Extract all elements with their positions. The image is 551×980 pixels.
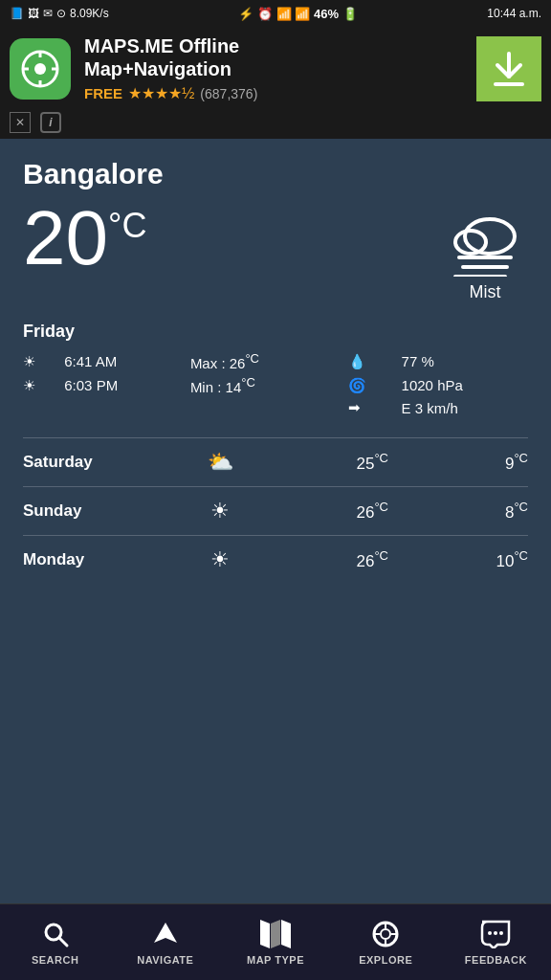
max-label: Max : 26°C [190, 349, 348, 373]
nav-feedback[interactable]: FEEDBACK [441, 919, 551, 966]
free-label: FREE [84, 85, 122, 101]
sunset-icon: ☀ [23, 373, 64, 397]
gmail-icon: ✉ [43, 7, 53, 20]
forecast-day-name: Saturday [23, 453, 119, 472]
forecast-day-name: Monday [23, 550, 119, 569]
feedback-icon [480, 919, 511, 949]
status-bar: 📘 🖼 ✉ ⊙ 8.09K/s ⚡ ⏰ 📶 📶 46% 🔋 10:44 a.m. [0, 0, 551, 27]
forecast-weather-icon: ⛅ [201, 450, 239, 475]
wind-icon: ➡ [348, 397, 402, 418]
sunset-time: 6:03 PM [64, 373, 190, 397]
forecast-weather-icon: ☀ [201, 499, 239, 523]
mist-icon [442, 210, 528, 277]
svg-point-26 [494, 931, 497, 935]
pressure-value: 1020 hPa [402, 373, 528, 397]
search-label: SEARCH [32, 954, 78, 966]
explore-icon [370, 919, 401, 949]
alarm-icon: ⏰ [257, 7, 273, 21]
temperature-display: 20°C [23, 200, 146, 277]
humidity-icon: 💧 [348, 349, 402, 373]
min-label: Min : 14°C [190, 373, 348, 397]
day-details: Friday ☀ 6:41 AM Max : 26°C 💧 77 % ☀ 6:0… [23, 322, 528, 418]
status-left-icons: 📘 🖼 ✉ ⊙ 8.09K/s [10, 7, 109, 20]
ad-bottom-row: ✕ i [0, 110, 551, 139]
forecast-weather-icon: ☀ [201, 547, 239, 572]
nav-explore[interactable]: EXPLORE [331, 919, 441, 966]
wind-value: E 3 km/h [402, 397, 528, 418]
review-count: (687,376) [200, 86, 257, 101]
sunrise-time: 6:41 AM [64, 349, 190, 373]
ad-text-area: MAPS.ME Offline Map+Navigation FREE ★★★★… [84, 34, 463, 102]
forecast-row: Saturday ⛅ 25°C 9°C [23, 437, 528, 486]
app-icon [10, 38, 71, 100]
svg-line-14 [59, 938, 67, 946]
weather-icon-area: Mist [442, 210, 528, 302]
nav-navigate[interactable]: NAVIGATE [110, 919, 220, 966]
star-rating: ★★★★½ [128, 84, 194, 102]
forecast-row: Sunday ☀ 26°C 8°C [23, 486, 528, 535]
feedback-label: FEEDBACK [465, 954, 527, 966]
facebook-icon: 📘 [10, 7, 24, 20]
ad-close-button[interactable]: ✕ [10, 112, 31, 133]
signal-icon: 📶 [295, 7, 310, 21]
nav-map-type[interactable]: MAP TYPE [220, 919, 330, 966]
svg-point-27 [499, 931, 503, 935]
main-content: Bangalore 20°C Mist Friday ☀ 6:41 AM [0, 139, 551, 903]
weather-main: 20°C Mist [23, 200, 528, 302]
search-icon [40, 919, 71, 949]
forecast-row: Monday ☀ 26°C 10°C [23, 535, 528, 584]
circle-icon: ⊙ [56, 7, 66, 20]
app-rating: FREE ★★★★½ (687,376) [84, 84, 463, 102]
battery-text: 46% [314, 7, 339, 21]
city-name: Bangalore [23, 158, 528, 190]
svg-marker-15 [154, 923, 177, 943]
svg-marker-17 [271, 920, 280, 948]
svg-point-1 [34, 63, 46, 75]
current-day-name: Friday [23, 322, 528, 342]
download-button[interactable] [476, 36, 541, 101]
forecast-min-temp: 8°C [471, 500, 528, 523]
svg-point-9 [455, 231, 486, 254]
photo-icon: 🖼 [28, 7, 39, 20]
status-time: 10:44 a.m. [487, 7, 541, 20]
app-name: MAPS.ME Offline [84, 34, 463, 57]
bluetooth-icon: ⚡ [238, 7, 253, 21]
navigate-label: NAVIGATE [137, 954, 193, 966]
app-subtitle: Map+Navigation [84, 57, 463, 80]
weather-condition: Mist [470, 282, 501, 302]
forecast-day-name: Sunday [23, 501, 119, 521]
navigate-icon [150, 919, 181, 949]
speed-text: 8.09K/s [70, 7, 109, 20]
svg-point-20 [381, 929, 390, 939]
bottom-nav: SEARCH NAVIGATE MAP TYPE [0, 903, 551, 980]
forecast-min-temp: 9°C [471, 451, 528, 474]
svg-point-8 [465, 219, 515, 254]
forecast-container: Saturday ⛅ 25°C 9°C Sunday ☀ 26°C 8°C Mo… [23, 437, 528, 584]
map-type-label: MAP TYPE [247, 954, 304, 966]
nav-search[interactable]: SEARCH [0, 919, 110, 966]
forecast-max-temp: 25°C [321, 451, 388, 474]
forecast-max-temp: 26°C [321, 500, 388, 523]
sunrise-icon: ☀ [23, 349, 64, 373]
ad-banner[interactable]: MAPS.ME Offline Map+Navigation FREE ★★★★… [0, 27, 551, 110]
forecast-max-temp: 26°C [321, 548, 388, 571]
status-center: ⚡ ⏰ 📶 📶 46% 🔋 [238, 7, 357, 21]
pressure-icon: 🌀 [348, 373, 402, 397]
svg-point-25 [488, 931, 492, 935]
map-type-icon [260, 919, 291, 949]
ad-info-button[interactable]: i [40, 112, 61, 133]
svg-marker-16 [260, 920, 270, 948]
explore-label: EXPLORE [359, 954, 412, 966]
wifi-icon: 📶 [276, 7, 292, 21]
svg-marker-18 [281, 920, 291, 948]
humidity-value: 77 % [402, 349, 528, 373]
forecast-min-temp: 10°C [471, 548, 528, 571]
